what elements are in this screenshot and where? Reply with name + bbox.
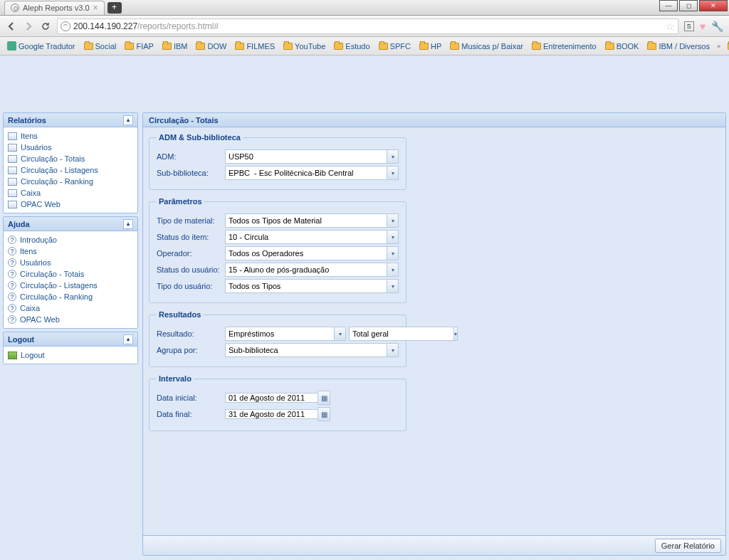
globe-icon — [61, 21, 70, 31]
wrench-icon[interactable]: 🔧 — [711, 21, 723, 32]
browser-titlebar: Aleph Reports v3.0 × + — ◻ ✕ — [0, 0, 729, 16]
folder-icon — [532, 43, 541, 50]
window-controls: — ◻ ✕ — [659, 0, 728, 11]
folder-icon — [419, 43, 429, 50]
folder-icon — [334, 43, 343, 50]
folder-icon — [379, 43, 388, 50]
extension-icon[interactable]: S — [684, 21, 694, 31]
bookmark-item[interactable]: IBM / Diversos — [644, 41, 713, 52]
tab-close-icon[interactable]: × — [93, 3, 98, 13]
bookmark-item[interactable]: DOW — [193, 41, 229, 52]
bookmarks-bar: Google Tradutor Social FIAP IBM DOW FILM… — [0, 37, 729, 56]
folder-icon — [162, 43, 172, 50]
back-button[interactable] — [6, 21, 17, 32]
new-tab-button[interactable]: + — [107, 2, 122, 14]
reload-button[interactable] — [40, 21, 51, 32]
bookmark-item[interactable]: FILMES — [232, 41, 278, 52]
heart-icon[interactable]: ♥ — [700, 21, 706, 32]
bookmarks-overflow-arrow[interactable]: » — [717, 43, 720, 50]
bookmark-item[interactable]: Google Tradutor — [4, 40, 78, 52]
browser-tab[interactable]: Aleph Reports v3.0 × — [4, 1, 105, 15]
folder-icon — [125, 43, 134, 50]
tab-favicon — [11, 4, 19, 12]
window-minimize-button[interactable]: — — [659, 0, 678, 11]
tab-title: Aleph Reports v3.0 — [23, 4, 90, 12]
window-maximize-button[interactable]: ◻ — [679, 0, 698, 11]
bookmark-item[interactable]: YouTube — [280, 41, 328, 52]
bookmark-item[interactable]: SPFC — [376, 41, 414, 52]
bookmark-star-icon[interactable]: ☆ — [666, 21, 675, 32]
folder-icon — [283, 43, 293, 50]
folder-icon — [647, 43, 656, 50]
bookmark-item[interactable]: Entretenimento — [529, 41, 599, 52]
bookmark-item[interactable]: Estudo — [331, 41, 372, 52]
translate-icon — [7, 41, 16, 51]
bookmark-item[interactable]: IBM — [159, 41, 191, 52]
bookmark-item[interactable]: Musicas p/ Baixar — [447, 41, 526, 52]
bookmark-item[interactable]: BOOK — [602, 41, 642, 52]
folder-icon — [235, 43, 244, 50]
bookmark-item[interactable]: FIAP — [122, 41, 156, 52]
url-path: /reports/reports.html# — [137, 21, 219, 31]
folder-icon — [196, 43, 205, 50]
bookmark-item[interactable]: HP — [416, 41, 444, 52]
address-bar[interactable]: 200.144.190.227/reports/reports.html# ☆ — [57, 19, 678, 34]
bookmark-item[interactable]: Social — [81, 41, 120, 52]
window-close-button[interactable]: ✕ — [699, 0, 728, 11]
folder-icon — [605, 43, 614, 50]
forward-button[interactable] — [23, 21, 34, 32]
folder-icon — [450, 43, 459, 50]
bookmark-other[interactable]: Outros favoritos — [725, 41, 729, 52]
folder-icon — [84, 43, 93, 50]
browser-nav-bar: 200.144.190.227/reports/reports.html# ☆ … — [0, 16, 729, 37]
url-host: 200.144.190.227 — [73, 21, 137, 31]
